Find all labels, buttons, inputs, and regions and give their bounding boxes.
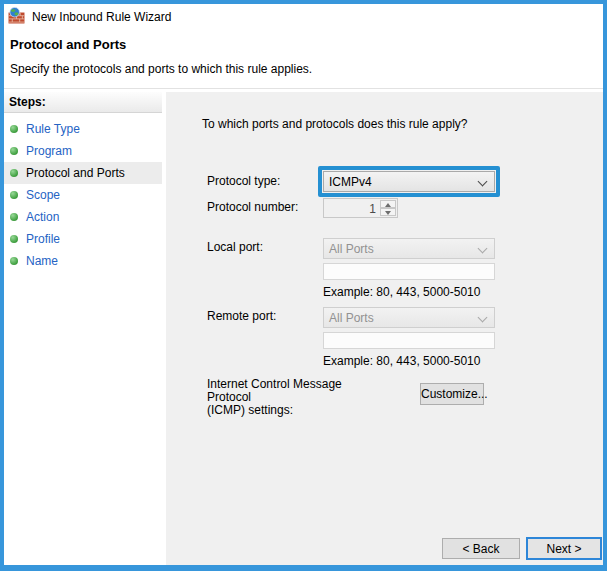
- green-bullet-icon: [10, 125, 18, 133]
- green-bullet-icon: [10, 169, 18, 177]
- sidebar-item-protocol-and-ports[interactable]: Protocol and Ports: [4, 162, 162, 184]
- header-divider: [4, 88, 603, 89]
- page-subtitle: Specify the protocols and ports to which…: [10, 62, 312, 76]
- question-text: To which ports and protocols does this r…: [202, 117, 467, 131]
- green-bullet-icon: [10, 147, 18, 155]
- green-bullet-icon: [10, 235, 18, 243]
- sidebar-item-profile[interactable]: Profile: [4, 228, 162, 250]
- local-port-dropdown[interactable]: All Ports: [323, 238, 495, 259]
- sidebar-item-label: Scope: [26, 188, 60, 202]
- sidebar-item-scope[interactable]: Scope: [4, 184, 162, 206]
- chevron-down-icon: [478, 313, 488, 323]
- sidebar-item-label: Action: [26, 210, 59, 224]
- local-port-example: Example: 80, 443, 5000-5010: [323, 285, 480, 299]
- chevron-down-icon: [478, 244, 488, 254]
- spinner-down-button[interactable]: [380, 208, 396, 216]
- sidebar-item-program[interactable]: Program: [4, 140, 162, 162]
- protocol-type-value: ICMPv4: [329, 175, 372, 189]
- remote-port-value: All Ports: [329, 311, 374, 325]
- protocol-number-label: Protocol number:: [207, 200, 298, 214]
- icmp-settings-label: Internet Control Message Protocol (ICMP)…: [207, 378, 372, 417]
- steps-list: Rule Type Program Protocol and Ports Sco…: [4, 118, 162, 272]
- icmp-settings-label-line1: Internet Control Message Protocol: [207, 378, 372, 404]
- icmp-settings-label-line2: (ICMP) settings:: [207, 404, 372, 417]
- sidebar-item-rule-type[interactable]: Rule Type: [4, 118, 162, 140]
- remote-port-dropdown[interactable]: All Ports: [323, 307, 495, 328]
- local-port-label: Local port:: [207, 240, 263, 254]
- steps-header: Steps:: [4, 92, 162, 113]
- protocol-type-dropdown[interactable]: ICMPv4: [323, 171, 495, 192]
- title-bar: New Inbound Rule Wizard: [4, 4, 603, 32]
- sidebar-item-label: Protocol and Ports: [26, 166, 125, 180]
- protocol-type-label: Protocol type:: [207, 174, 280, 188]
- protocol-number-stepper: 1: [323, 198, 398, 218]
- green-bullet-icon: [10, 191, 18, 199]
- triangle-up-icon: [385, 203, 391, 207]
- remote-port-label: Remote port:: [207, 309, 276, 323]
- next-button[interactable]: Next >: [526, 537, 602, 560]
- chevron-down-icon: [478, 177, 488, 187]
- protocol-number-value: 1: [369, 202, 376, 216]
- content-panel: To which ports and protocols does this r…: [166, 92, 603, 565]
- sidebar-item-label: Rule Type: [26, 122, 80, 136]
- remote-port-input[interactable]: [323, 332, 495, 349]
- sidebar-item-name[interactable]: Name: [4, 250, 162, 272]
- firewall-icon: [8, 7, 25, 24]
- page-title: Protocol and Ports: [10, 37, 126, 52]
- steps-heading-label: Steps:: [9, 95, 46, 109]
- back-button[interactable]: < Back: [442, 538, 520, 559]
- spinner-up-button[interactable]: [380, 200, 396, 208]
- sidebar-item-label: Program: [26, 144, 72, 158]
- sidebar-item-label: Profile: [26, 232, 60, 246]
- sidebar-item-label: Name: [26, 254, 58, 268]
- wizard-window: New Inbound Rule Wizard Protocol and Por…: [0, 0, 607, 571]
- window-title: New Inbound Rule Wizard: [32, 10, 171, 24]
- green-bullet-icon: [10, 257, 18, 265]
- local-port-input[interactable]: [323, 263, 495, 280]
- local-port-value: All Ports: [329, 242, 374, 256]
- customize-button[interactable]: Customize...: [420, 383, 484, 405]
- triangle-down-icon: [385, 211, 391, 215]
- remote-port-example: Example: 80, 443, 5000-5010: [323, 354, 480, 368]
- sidebar-item-action[interactable]: Action: [4, 206, 162, 228]
- green-bullet-icon: [10, 213, 18, 221]
- window-inner: New Inbound Rule Wizard Protocol and Por…: [4, 4, 603, 565]
